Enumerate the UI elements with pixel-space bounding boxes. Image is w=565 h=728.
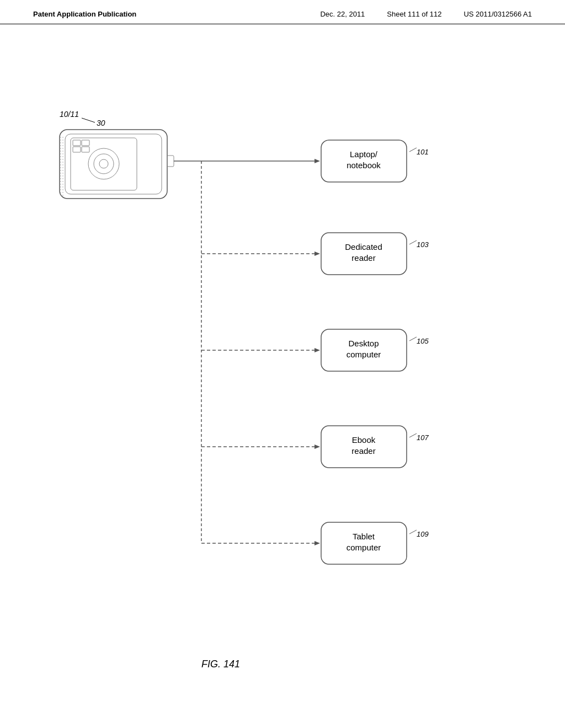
ref-101: 101	[417, 148, 429, 156]
arrowhead-dedicated	[315, 251, 320, 256]
device-sq4	[82, 147, 89, 152]
ref-103: 103	[417, 240, 429, 249]
device-label-top: 10/11	[60, 110, 79, 119]
label-desktop-line1: Desktop	[348, 339, 379, 348]
ref-line-105	[409, 337, 417, 341]
ref-line-101	[409, 148, 417, 152]
label-arrow	[82, 118, 95, 122]
device-sq3	[82, 140, 89, 146]
label-tablet-line2: computer	[347, 543, 381, 552]
label-desktop-line2: computer	[347, 350, 381, 359]
ref-line-109	[409, 530, 417, 534]
device-sq2	[73, 147, 81, 152]
device-connector	[167, 156, 174, 167]
label-dedicated-line1: Dedicated	[345, 242, 382, 251]
label-laptop-line1: Laptop/	[350, 149, 378, 159]
ref-107: 107	[417, 433, 429, 442]
label-tablet-line1: Tablet	[353, 532, 375, 541]
ref-line-107	[409, 433, 417, 437]
device-label-30: 30	[97, 119, 105, 127]
label-ebook-line1: Ebook	[352, 435, 376, 445]
device-sq1	[73, 140, 81, 146]
device-circle-mid	[94, 154, 114, 174]
label-ebook-line2: reader	[351, 446, 375, 456]
ref-109: 109	[417, 530, 429, 538]
ref-105: 105	[417, 337, 429, 345]
diagram-svg: 10/11 30 Laptop/ notebook 101	[0, 0, 565, 728]
arrowhead-desktop	[315, 348, 320, 352]
main-arrowhead	[315, 159, 320, 163]
device-circle-outer	[88, 148, 119, 179]
label-dedicated-line2: reader	[351, 253, 375, 263]
device-screen	[71, 138, 137, 190]
label-laptop-line2: notebook	[347, 160, 381, 170]
figure-label: FIG. 141	[201, 659, 240, 670]
device-circle-inner	[99, 159, 108, 168]
arrowhead-ebook	[315, 445, 320, 449]
arrowhead-tablet	[315, 541, 320, 545]
ref-line-103	[409, 240, 417, 244]
